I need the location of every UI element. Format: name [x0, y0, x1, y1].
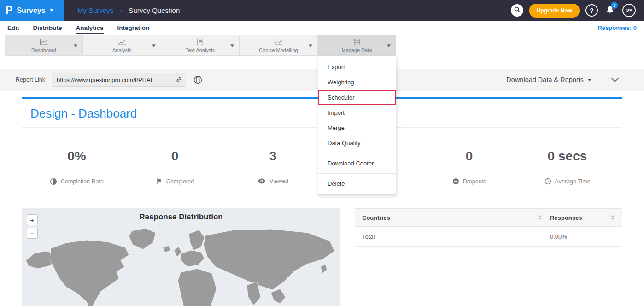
responses-count: Responses: 0 — [597, 24, 637, 31]
stat-label: Completed — [166, 178, 194, 185]
toolbar-tab-dashboard[interactable]: Dashboard — [5, 35, 83, 56]
search-button[interactable] — [511, 4, 523, 17]
menu-item-import[interactable]: Import — [318, 105, 396, 120]
clock-icon — [544, 178, 551, 185]
surveys-product-switcher[interactable]: P Surveys — [0, 0, 64, 21]
stat-dropouts: 0 Dropouts — [420, 149, 518, 185]
link-icon[interactable] — [176, 76, 182, 85]
toolbar-tab-label: Text Analysis — [186, 47, 215, 53]
chevron-down-icon — [152, 44, 156, 47]
line-chart-icon — [40, 38, 48, 46]
toolbar-tab-text-analysis[interactable]: Text Analysis — [161, 35, 240, 56]
sort-icon — [611, 215, 615, 220]
help-button[interactable]: ? — [585, 4, 598, 17]
menu-item-merge[interactable]: Merge — [318, 120, 396, 135]
notification-badge: 1 — [611, 2, 618, 9]
response-distribution-card: Response Distribution + − — [22, 208, 340, 306]
globe-icon[interactable] — [193, 76, 202, 84]
map-scandinavia — [189, 230, 205, 250]
download-data-reports-label: Download Data & Reports — [506, 76, 584, 83]
questionpro-logo: P — [6, 4, 12, 17]
chevron-down-icon — [230, 44, 234, 47]
toolbar-tab-manage-data[interactable]: Manage Data — [318, 35, 396, 56]
report-url-wrapper — [52, 73, 186, 87]
menu-divider — [318, 173, 396, 174]
responses-header-label: Responses — [550, 214, 582, 221]
countries-table: Countries Responses Total 0.00% — [355, 208, 622, 306]
analysis-chart-icon — [117, 38, 126, 46]
menu-divider — [318, 153, 396, 153]
search-icon — [514, 6, 521, 15]
tab-distribute[interactable]: Distribute — [33, 22, 62, 34]
toolbar-tab-label: Dashboard — [31, 47, 56, 53]
breadcrumb-separator: › — [120, 6, 122, 14]
stat-value: 3 — [239, 149, 308, 171]
zoom-in-button[interactable]: + — [27, 214, 38, 225]
map-greenland — [129, 228, 156, 249]
tab-edit[interactable]: Edit — [7, 22, 19, 34]
stat-viewed: 3 Viewed — [224, 149, 322, 185]
stat-label: Average Time — [555, 178, 591, 185]
notifications-button[interactable]: 1 — [605, 5, 615, 16]
flag-icon — [156, 178, 163, 185]
stat-value: 0 — [141, 149, 210, 171]
responses-column-header[interactable]: Responses — [550, 214, 615, 221]
toolbar-tab-analysis[interactable]: Analysis — [83, 35, 161, 56]
map-japan — [321, 264, 327, 273]
breadcrumb-my-surveys[interactable]: My Surveys — [77, 6, 113, 14]
chevron-down-icon — [588, 79, 591, 81]
avatar-initials: RS — [626, 8, 632, 13]
stat-completed: 0 Completed — [126, 149, 224, 185]
minus-circle-icon — [452, 178, 459, 185]
eye-icon — [258, 178, 266, 184]
stat-label: Viewed — [269, 178, 288, 184]
toolbar-tab-label: Analysis — [112, 47, 131, 53]
text-document-icon — [197, 38, 204, 46]
chevron-down-icon — [387, 44, 391, 47]
download-data-reports-dropdown[interactable]: Download Data & Reports — [506, 76, 591, 83]
completion-rate-icon — [50, 178, 57, 185]
collapse-section-chevron[interactable] — [611, 77, 619, 82]
bottom-section: Response Distribution + − — [22, 208, 622, 306]
map-uk — [174, 247, 181, 257]
menu-item-download-center[interactable]: Download Center — [318, 156, 396, 171]
avatar[interactable]: RS — [622, 4, 636, 17]
stat-average-time: 0 secs Average Time — [518, 149, 616, 185]
countries-column-header[interactable]: Countries — [362, 214, 550, 221]
stat-label: Completion Rate — [61, 178, 104, 185]
menu-item-scheduler[interactable]: Scheduler — [318, 90, 396, 105]
menu-item-export[interactable]: Export — [318, 59, 396, 75]
map-europe — [181, 250, 205, 267]
toolbar-tab-label: Manage Data — [341, 47, 372, 53]
toolbar-tab-choice-modelling[interactable]: Choice Modelling — [240, 35, 318, 56]
topbar: P Surveys My Surveys › Survey Question U… — [0, 0, 644, 21]
countries-table-header: Countries Responses — [355, 208, 622, 227]
bell-icon — [605, 8, 615, 16]
question-mark-icon: ? — [590, 7, 594, 14]
chevron-down-icon — [309, 44, 312, 47]
stat-value: 0 secs — [533, 149, 602, 171]
survey-nav: Edit Distribute Analytics Integration Re… — [0, 21, 644, 35]
tab-analytics[interactable]: Analytics — [76, 22, 104, 34]
map-se-asia — [271, 289, 286, 304]
manage-data-menu: Export Weighting Scheduler Import Merge … — [318, 56, 396, 195]
choice-modelling-chart-icon — [274, 38, 283, 46]
stat-completion-rate: 0% Completion Rate — [28, 149, 126, 185]
menu-item-data-quality[interactable]: Data Quality — [318, 135, 396, 151]
upgrade-now-button[interactable]: Upgrade Now — [529, 4, 580, 18]
report-url-input[interactable] — [52, 73, 186, 87]
tab-integration[interactable]: Integration — [117, 22, 150, 34]
map-zoom-controls: + − — [27, 214, 38, 239]
map-africa — [178, 269, 217, 306]
report-link-label: Report Link — [16, 76, 45, 83]
breadcrumb: My Surveys › Survey Question — [77, 6, 180, 14]
map-iceland — [163, 246, 170, 253]
world-map[interactable] — [22, 224, 340, 306]
menu-item-weighting[interactable]: Weighting — [318, 75, 396, 90]
countries-header-label: Countries — [362, 214, 390, 221]
page-title: Design - Dashboard — [30, 106, 137, 120]
database-icon — [353, 38, 360, 46]
country-cell: Total — [362, 233, 550, 240]
zoom-out-button[interactable]: − — [27, 228, 38, 239]
menu-item-delete[interactable]: Delete — [318, 176, 396, 191]
